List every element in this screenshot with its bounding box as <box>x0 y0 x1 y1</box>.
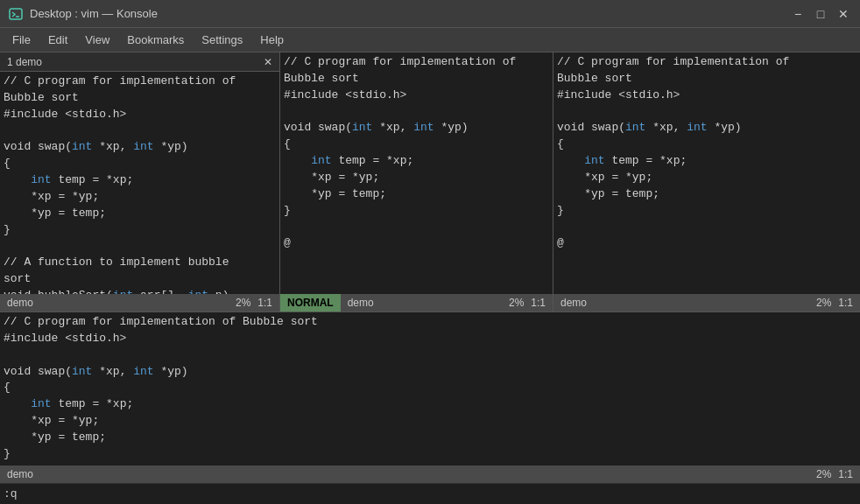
pane-right-status-right: 2% 1:1 <box>809 297 860 309</box>
pane-left-status: demo 2% 1:1 <box>0 294 279 312</box>
bottom-pane: // C program for implementation of Bubbl… <box>0 312 860 504</box>
menu-settings[interactable]: Settings <box>193 30 251 50</box>
menu-bookmarks[interactable]: Bookmarks <box>118 30 193 50</box>
bottom-pane-status: demo 2% 1:1 <box>0 466 860 483</box>
bottom-pane-status-pct: 2% <box>816 468 831 480</box>
bottom-pane-status-pos: 1:1 <box>838 468 853 480</box>
svg-rect-0 <box>10 9 22 19</box>
pane-left-tab-close[interactable]: ✕ <box>264 56 272 68</box>
window-controls: − □ ✕ <box>788 4 853 24</box>
pane-right: // C program for implementation of Bubbl… <box>553 52 860 312</box>
menu-edit[interactable]: Edit <box>39 30 76 50</box>
pane-left-status-filename: demo <box>0 297 229 309</box>
editor-area: 1 demo ✕ // C program for implementation… <box>0 52 860 504</box>
menu-view[interactable]: View <box>76 30 118 50</box>
pane-middle-status-filename: demo <box>341 294 502 312</box>
pane-middle: // C program for implementation of Bubbl… <box>280 52 553 312</box>
pane-left-tab: 1 demo ✕ <box>0 52 279 72</box>
close-button[interactable]: ✕ <box>834 4 853 24</box>
pane-middle-code[interactable]: // C program for implementation of Bubbl… <box>280 52 553 294</box>
bottom-pane-status-right: 2% 1:1 <box>809 468 860 480</box>
pane-left-status-pct: 2% <box>236 297 250 309</box>
pane-right-status-filename: demo <box>553 297 809 309</box>
pane-right-status: demo 2% 1:1 <box>553 294 860 312</box>
title-bar-left: Desktop : vim — Konsole <box>7 5 158 23</box>
pane-right-status-pos: 1:1 <box>838 297 853 309</box>
pane-left-code[interactable]: // C program for implementation of Bubbl… <box>0 72 279 294</box>
maximize-button[interactable]: □ <box>811 4 830 24</box>
pane-left-status-pos: 1:1 <box>257 297 272 309</box>
pane-middle-status-pos: 1:1 <box>531 297 546 309</box>
pane-right-status-pct: 2% <box>816 297 831 309</box>
menu-file[interactable]: File <box>4 30 39 50</box>
command-line-text: :q <box>4 487 18 500</box>
menu-bar: File Edit View Bookmarks Settings Help <box>0 28 860 52</box>
pane-left-tab-label: 1 demo <box>7 56 42 68</box>
menu-help[interactable]: Help <box>251 30 293 50</box>
pane-middle-status-pct: 2% <box>509 297 524 309</box>
pane-middle-status-mode: NORMAL <box>280 294 341 312</box>
pane-left: 1 demo ✕ // C program for implementation… <box>0 52 280 312</box>
title-bar: Desktop : vim — Konsole − □ ✕ <box>0 0 860 28</box>
minimize-button[interactable]: − <box>788 4 807 24</box>
pane-left-status-right: 2% 1:1 <box>229 297 279 309</box>
pane-middle-status: NORMAL demo 2% 1:1 <box>280 294 553 312</box>
terminal-icon <box>7 5 25 23</box>
main-layout: 1 demo ✕ // C program for implementation… <box>0 52 860 504</box>
command-line[interactable]: :q <box>0 483 860 504</box>
pane-middle-status-right: 2% 1:1 <box>502 294 553 312</box>
window-title: Desktop : vim — Konsole <box>30 7 158 20</box>
pane-right-code[interactable]: // C program for implementation of Bubbl… <box>553 52 860 294</box>
bottom-pane-status-filename: demo <box>0 468 809 480</box>
top-section: 1 demo ✕ // C program for implementation… <box>0 52 860 312</box>
bottom-pane-code[interactable]: // C program for implementation of Bubbl… <box>0 312 860 466</box>
